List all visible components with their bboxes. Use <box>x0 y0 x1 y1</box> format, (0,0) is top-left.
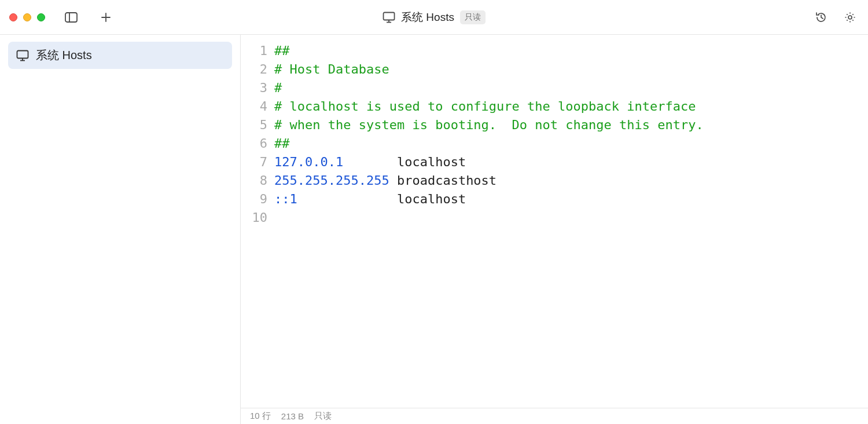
status-line-count: 10 行 <box>250 411 271 422</box>
line-number: 8 <box>241 171 274 190</box>
toolbar-left <box>62 9 115 26</box>
sidebar-item-system-hosts[interactable]: 系统 Hosts <box>8 42 232 69</box>
gear-icon <box>844 12 856 23</box>
titlebar: 系统 Hosts 只读 <box>0 0 868 35</box>
svg-rect-8 <box>17 50 28 58</box>
plus-icon <box>101 12 111 23</box>
line-number: 4 <box>241 97 274 116</box>
code-line: 127.0.0.1 localhost <box>274 153 868 171</box>
status-mode: 只读 <box>314 411 332 422</box>
statusbar: 10 行 213 B 只读 <box>241 408 868 424</box>
code-line: # Host Database <box>274 60 868 79</box>
line-number: 1 <box>241 42 274 60</box>
settings-button[interactable] <box>841 9 859 26</box>
token-host: localhost <box>343 155 466 169</box>
sidebar-toggle-icon <box>65 12 78 23</box>
code-line: # <box>274 79 868 97</box>
code-content[interactable]: ### Host Database## localhost is used to… <box>274 42 868 408</box>
token-ip: ::1 <box>274 192 297 206</box>
status-file-size: 213 B <box>281 411 304 421</box>
token-comment: ## <box>274 43 290 58</box>
code-line: # localhost is used to configure the loo… <box>274 97 868 116</box>
token-comment: # Host Database <box>274 62 389 76</box>
window-close-button[interactable] <box>9 13 17 21</box>
token-comment: # when the system is booting. Do not cha… <box>274 118 704 132</box>
token-comment: # <box>274 81 282 95</box>
readonly-badge: 只读 <box>460 10 486 24</box>
toggle-sidebar-button[interactable] <box>62 9 80 26</box>
monitor-icon <box>16 50 29 61</box>
token-host: broadcasthost <box>389 173 496 188</box>
line-number: 5 <box>241 116 274 134</box>
code-line <box>274 209 868 227</box>
svg-rect-4 <box>384 12 395 20</box>
history-button[interactable] <box>812 9 830 26</box>
svg-rect-0 <box>65 13 77 22</box>
title-center: 系统 Hosts 只读 <box>382 10 486 25</box>
history-icon <box>815 12 827 23</box>
code-line: ::1 localhost <box>274 190 868 209</box>
code-line: # when the system is booting. Do not cha… <box>274 116 868 134</box>
line-number: 10 <box>241 209 274 227</box>
window-maximize-button[interactable] <box>37 13 45 21</box>
sidebar-item-label: 系统 Hosts <box>36 47 92 63</box>
editor[interactable]: 12345678910 ### Host Database## localhos… <box>241 35 868 408</box>
traffic-lights <box>9 13 45 21</box>
window-title: 系统 Hosts <box>401 10 454 25</box>
code-line: 255.255.255.255 broadcasthost <box>274 171 868 190</box>
add-button[interactable] <box>97 9 115 26</box>
code-line: ## <box>274 134 868 153</box>
line-number: 9 <box>241 190 274 209</box>
svg-point-7 <box>848 16 852 19</box>
token-comment: # localhost is used to configure the loo… <box>274 99 696 114</box>
line-number: 3 <box>241 79 274 97</box>
token-host: localhost <box>297 192 466 206</box>
window-minimize-button[interactable] <box>23 13 31 21</box>
main: 系统 Hosts 12345678910 ### Host Database##… <box>0 35 868 424</box>
line-number: 6 <box>241 134 274 153</box>
line-number-gutter: 12345678910 <box>241 42 274 408</box>
code-line: ## <box>274 42 868 60</box>
line-number: 7 <box>241 153 274 171</box>
editor-pane: 12345678910 ### Host Database## localhos… <box>241 35 868 424</box>
monitor-icon <box>382 12 395 23</box>
token-comment: ## <box>274 136 290 151</box>
token-ip: 127.0.0.1 <box>274 155 343 169</box>
toolbar-right <box>812 9 859 26</box>
token-ip: 255.255.255.255 <box>274 173 389 188</box>
sidebar: 系统 Hosts <box>0 35 241 424</box>
line-number: 2 <box>241 60 274 79</box>
